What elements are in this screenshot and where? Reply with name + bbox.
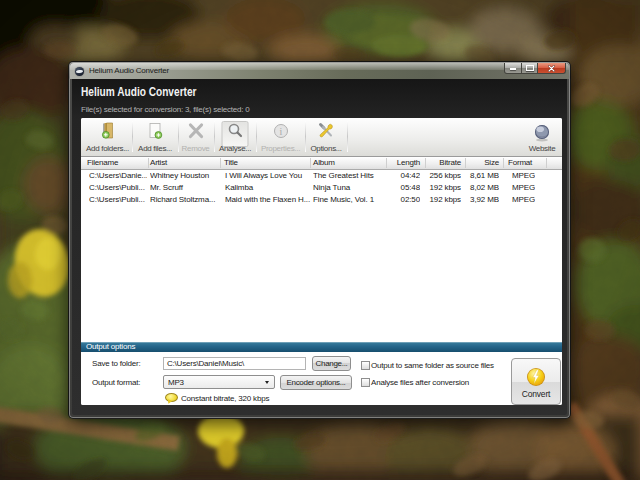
svg-text:i: i	[279, 126, 282, 137]
